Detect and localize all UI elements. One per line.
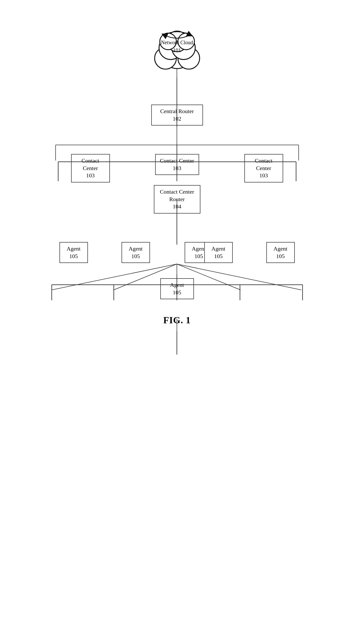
cc-right-label1: Contact Center <box>249 157 278 172</box>
central-router-label1: Central Router <box>156 108 198 115</box>
agent-bottom-label2: 105 <box>165 289 189 296</box>
connector-lines <box>0 0 354 601</box>
agent4-label2: 105 <box>209 253 228 260</box>
agent4-label1: Agent <box>209 245 228 253</box>
cc-router-node: Contact Center Router 104 <box>154 185 200 214</box>
cc-left-label2: 103 <box>76 172 105 179</box>
cloud-node: Network Cloud 101 <box>141 21 213 75</box>
cc-router-label3: 104 <box>159 203 196 210</box>
agent2-node: Agent 105 <box>122 242 150 263</box>
cc-center-label1: Contact Center <box>160 157 194 165</box>
central-router-label2: 102 <box>156 115 198 123</box>
agent2-label1: Agent <box>126 245 145 253</box>
cc-left-label1: Contact Center <box>76 157 105 172</box>
page: Network Cloud 101 Central Router 102 Con… <box>0 0 354 644</box>
agent1-label1: Agent <box>64 245 83 253</box>
agent-bottom-node: Agent 105 <box>160 278 194 299</box>
contact-center-right-node: Contact Center 103 <box>244 154 283 182</box>
cc-router-label2: Router <box>159 196 196 203</box>
contact-center-center-node: Contact Center 103 <box>155 154 199 175</box>
diagram-container: Network Cloud 101 Central Router 102 Con… <box>0 0 354 644</box>
agent1-node: Agent 105 <box>59 242 88 263</box>
agent-bottom-label1: Agent <box>165 281 189 289</box>
figure-label: FIG. 1 <box>163 315 191 326</box>
cc-center-label2: 103 <box>160 165 194 172</box>
cc-router-label1: Contact Center <box>159 188 196 196</box>
cloud-label-line2: 101 <box>161 46 193 54</box>
contact-center-left-node: Contact Center 103 <box>71 154 110 182</box>
central-router-node: Central Router 102 <box>151 105 203 126</box>
agent5-label2: 105 <box>271 253 290 260</box>
agent1-label2: 105 <box>64 253 83 260</box>
cc-right-label2: 103 <box>249 172 278 179</box>
agent5-node: Agent 105 <box>266 242 295 263</box>
cloud-label-line1: Network Cloud <box>161 39 193 46</box>
agent5-label1: Agent <box>271 245 290 253</box>
agent2-label2: 105 <box>126 253 145 260</box>
agent4-node: Agent 105 <box>204 242 233 263</box>
